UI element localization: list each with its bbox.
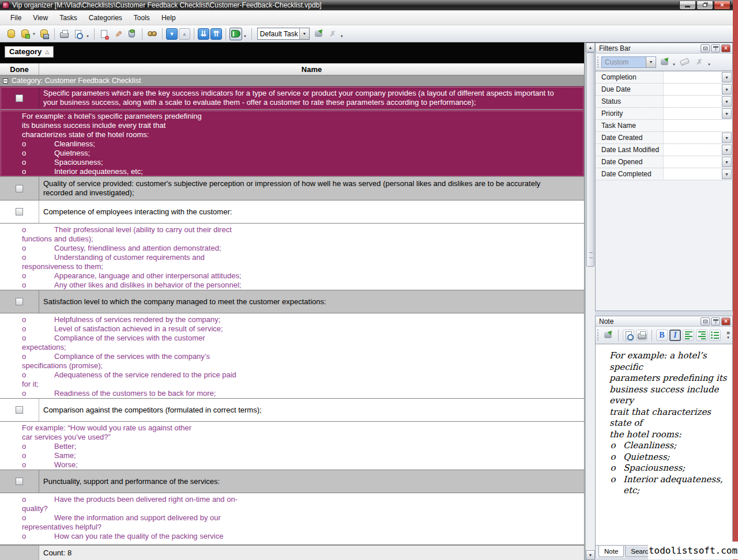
find-button[interactable] <box>146 28 159 40</box>
column-header-done[interactable]: Done <box>0 63 39 75</box>
print-dropdown[interactable]: ▼ <box>86 35 89 38</box>
bold-button[interactable]: B <box>656 330 668 341</box>
task-row[interactable]: Satisfaction level to which the company … <box>0 290 584 313</box>
filter-dropdown-button[interactable]: ▼ <box>722 96 732 107</box>
minimize-button[interactable] <box>679 1 696 10</box>
filter-value-field[interactable] <box>664 144 721 156</box>
menu-view[interactable]: View <box>27 12 54 24</box>
task-checkbox[interactable] <box>16 185 23 192</box>
clear-filter-button[interactable] <box>679 56 691 69</box>
task-checkbox[interactable] <box>16 406 23 414</box>
task-checkbox[interactable] <box>16 478 23 485</box>
filter-dropdown-button[interactable]: ▼ <box>722 133 732 143</box>
note-print-button[interactable] <box>636 330 647 341</box>
delete-disabled-button[interactable]: ✗ <box>326 28 339 40</box>
filter-value-field[interactable] <box>664 132 721 143</box>
filter-preset-dropdown[interactable]: ▼ <box>646 57 656 67</box>
filter-dropdown-button[interactable]: ▼ <box>722 84 732 94</box>
bullet-list-button[interactable] <box>709 330 721 341</box>
menu-file[interactable]: File <box>5 12 27 24</box>
scroll-down-button[interactable]: ▼ <box>586 550 595 560</box>
apply-task-button[interactable] <box>312 28 325 40</box>
scrollbar-thumb[interactable] <box>586 52 594 267</box>
filters-pin-button[interactable] <box>711 44 720 52</box>
filter-value-field[interactable] <box>664 156 721 168</box>
apply-filter-dropdown[interactable]: ▼ <box>672 63 676 66</box>
save-database-button[interactable] <box>38 28 51 40</box>
task-checkbox[interactable] <box>16 94 23 102</box>
move-to-top-button[interactable]: ⇈ <box>210 28 222 40</box>
menu-help[interactable]: Help <box>156 12 182 24</box>
filters-restore-button[interactable] <box>701 44 710 52</box>
close-button[interactable]: × <box>714 1 731 10</box>
menu-tools[interactable]: Tools <box>128 12 156 24</box>
collapse-icon[interactable] <box>3 78 8 84</box>
note-print-preview-button[interactable] <box>623 330 634 341</box>
scrollbar-track[interactable] <box>586 267 595 550</box>
filter-value-field[interactable] <box>664 84 721 95</box>
delete-filter-button[interactable]: ✗ <box>693 56 706 69</box>
note-pin-button[interactable] <box>711 317 720 326</box>
edit-task-button[interactable]: ✎ <box>112 28 125 40</box>
filter-value-field[interactable] <box>664 120 732 131</box>
group-by-category-chip[interactable]: Category △ <box>5 46 54 58</box>
notes-dropdown[interactable]: ▼ <box>243 35 247 38</box>
note-row[interactable]: oHelpfulness of services rendered by the… <box>0 313 584 399</box>
menu-categories[interactable]: Categories <box>83 12 128 24</box>
filter-preset-combo[interactable]: Custom ▼ <box>601 56 656 68</box>
open-database-dropdown[interactable]: ▼ <box>32 32 36 36</box>
filter-label: Date Last Modified <box>596 144 664 156</box>
task-row[interactable]: Quality of service provided: customer's … <box>0 177 584 200</box>
menu-tasks[interactable]: Tasks <box>54 12 83 24</box>
filter-dropdown-button[interactable]: ▼ <box>722 169 732 179</box>
scroll-up-button[interactable]: ▲ <box>586 43 595 52</box>
note-close-button[interactable]: × <box>721 317 731 326</box>
restore-button[interactable] <box>696 1 713 10</box>
note-row[interactable]: oHave the products been delivered right … <box>0 493 584 545</box>
task-row[interactable]: Competence of employees interacting with… <box>0 200 584 224</box>
tab-note[interactable]: Note <box>598 546 624 557</box>
column-header-name[interactable]: Name <box>39 63 584 75</box>
filter-value-field[interactable] <box>664 108 721 119</box>
filter-dropdown-button[interactable]: ▼ <box>722 145 732 155</box>
filter-value-field[interactable] <box>664 96 721 107</box>
note-row[interactable]: oTheir professional level (ability to ca… <box>0 224 584 290</box>
task-row[interactable]: Specific parameters which are the key su… <box>0 86 584 110</box>
open-database-button[interactable] <box>18 28 31 40</box>
align-right-button[interactable] <box>696 330 707 341</box>
note-row[interactable]: For example: a hotel's specific paramete… <box>0 110 584 177</box>
notes-toggle-button[interactable] <box>229 28 242 40</box>
filters-close-button[interactable]: × <box>721 44 731 52</box>
filter-dropdown-button[interactable]: ▼ <box>722 72 732 82</box>
category-group-row[interactable]: Category: Customer Feedback Checklist <box>0 75 584 86</box>
move-up-button[interactable]: ▲ <box>179 28 190 40</box>
move-to-bottom-button[interactable]: ⇊ <box>198 28 209 40</box>
new-database-button[interactable] <box>5 28 17 40</box>
filter-value-field[interactable] <box>664 168 721 180</box>
move-down-button[interactable]: ▼ <box>166 28 178 40</box>
print-button[interactable] <box>58 28 71 40</box>
filter-dropdown-button[interactable]: ▼ <box>722 157 732 167</box>
new-task-button[interactable] <box>98 28 111 40</box>
toolbar-overflow[interactable]: ▼ <box>340 35 344 38</box>
note-row[interactable]: For example: “How would you rate us agai… <box>0 422 584 470</box>
apply-filter-button[interactable] <box>658 56 671 69</box>
filter-value-field[interactable] <box>664 71 721 83</box>
default-task-combo[interactable]: Default Task ▼ <box>257 28 310 40</box>
note-editor[interactable]: For example: a hotel’s specificparameter… <box>596 344 732 545</box>
task-row[interactable]: Comparison against the competitors (form… <box>0 399 584 422</box>
note-toolbar-overflow[interactable]: » ▼ <box>726 330 730 340</box>
note-restore-button[interactable] <box>701 317 710 326</box>
print-preview-button[interactable] <box>72 28 85 40</box>
note-apply-button[interactable] <box>601 329 614 342</box>
italic-button[interactable]: I <box>669 330 681 341</box>
delete-task-button[interactable] <box>126 28 138 40</box>
align-left-button[interactable] <box>683 330 694 341</box>
filter-dropdown-button[interactable]: ▼ <box>722 108 732 119</box>
task-checkbox[interactable] <box>16 298 23 305</box>
filters-toolbar-overflow[interactable]: ▼ <box>707 63 711 66</box>
task-checkbox[interactable] <box>16 208 23 215</box>
default-task-dropdown-button[interactable]: ▼ <box>299 28 309 39</box>
checkbox-cell <box>0 290 39 313</box>
task-row[interactable]: Punctuality, support and performance of … <box>0 470 584 493</box>
